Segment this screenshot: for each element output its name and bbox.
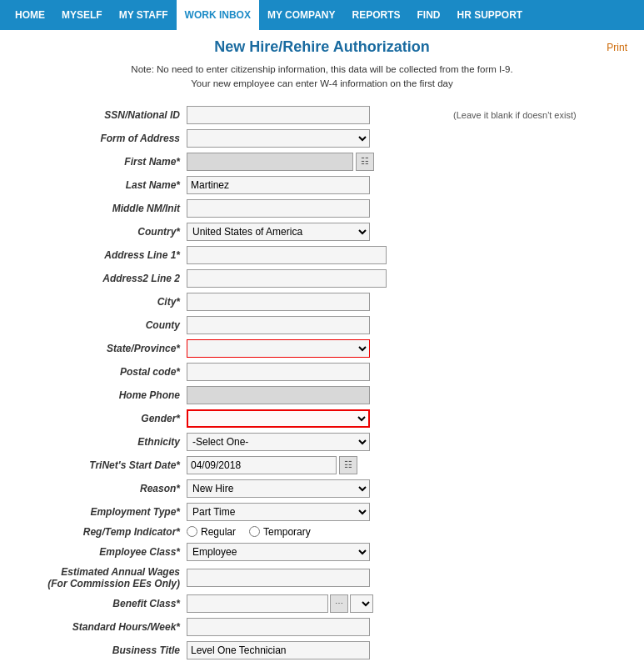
benefit-class-input-cell: ⋯ [183,592,450,615]
business-title-input-cell [183,639,450,662]
middle-name-label: Middle NM/Init [17,197,183,220]
address2-row: Address2 Line 2 [17,267,627,290]
temporary-radio[interactable] [249,526,260,537]
date-input-wrap: ☷ [187,456,447,474]
note-block: Note: No need to enter citizenship infor… [17,63,627,92]
est-wages-input-cell [183,564,450,592]
middle-name-row: Middle NM/Init [17,197,627,220]
nav-home[interactable]: HOME [7,0,53,30]
form-of-address-label: Form of Address [17,127,183,150]
postal-label: Postal code* [17,360,183,384]
regular-radio[interactable] [187,526,197,537]
form-of-address-row: Form of Address Mr. Ms. Mrs. Dr. [17,127,627,150]
ssn-input-cell [183,103,450,127]
employment-type-select[interactable]: Part Time Full Time [187,503,370,521]
nav-my-staff[interactable]: MY STAFF [111,0,177,30]
est-wages-label: Estimated Annual Wages (For Commission E… [17,564,183,592]
first-name-input-cell: ☷ [183,150,450,173]
reg-temp-radio-group: Regular Temporary [187,526,447,538]
benefit-class-wrap: ⋯ [187,594,447,613]
postal-input-cell [183,360,450,384]
last-name-label: Last Name* [17,173,183,197]
county-row: County [17,313,627,337]
calendar-icon[interactable]: ☷ [339,456,357,474]
middle-name-input[interactable] [187,199,370,218]
reason-label: Reason* [17,477,183,500]
middle-name-input-cell [183,197,450,220]
nav-my-company[interactable]: MY COMPANY [259,0,344,30]
trinet-start-input[interactable] [187,456,337,474]
business-title-input[interactable] [187,641,370,659]
first-name-label: First Name* [17,150,183,173]
std-hours-input-cell [183,615,450,639]
business-title-row: Business Title [17,639,627,662]
std-hours-input[interactable] [187,618,370,636]
temporary-label: Temporary [263,526,311,538]
person-icon[interactable]: ☷ [356,153,374,171]
home-phone-input-cell [183,384,450,407]
country-row: Country* United States of America Canada… [17,220,627,243]
page-title: New Hire/Rehire Authorization [214,38,429,56]
ssn-hint: (Leave it blank if doesn't exist) [450,103,627,127]
reason-input-cell: New Hire Rehire [183,477,450,500]
employee-class-select[interactable]: Employee Contractor [187,543,370,561]
first-name-input[interactable] [187,153,353,171]
state-select[interactable]: Alabama Alaska California New York Texas [187,339,370,358]
employment-type-row: Employment Type* Part Time Full Time [17,500,627,524]
nav-myself[interactable]: MYSELF [53,0,111,30]
city-input[interactable] [187,293,370,311]
reason-select[interactable]: New Hire Rehire [187,479,370,498]
est-wages-row: Estimated Annual Wages (For Commission E… [17,564,627,592]
last-name-input[interactable] [187,176,370,194]
address1-label: Address Line 1* [17,243,183,267]
benefit-class-input[interactable] [187,594,328,613]
lookup-icon[interactable]: ⋯ [330,594,348,613]
nav-work-inbox[interactable]: WORK INBOX [177,0,259,30]
form-of-address-select[interactable]: Mr. Ms. Mrs. Dr. [187,129,370,148]
last-name-row: Last Name* [17,173,627,197]
state-row: State/Province* Alabama Alaska Californi… [17,337,627,360]
title-row: New Hire/Rehire Authorization Print [17,38,627,56]
reg-temp-input-cell: Regular Temporary [183,524,450,540]
navigation-bar: HOME MYSELF MY STAFF WORK INBOX MY COMPA… [0,0,644,30]
gender-select[interactable]: Male Female [187,409,370,428]
ssn-row: SSN/National ID (Leave it blank if doesn… [17,103,627,127]
state-label: State/Province* [17,337,183,360]
first-name-input-wrap: ☷ [187,153,447,171]
est-wages-input[interactable] [187,569,370,587]
trinet-start-row: TriNet's Start Date* ☷ [17,454,627,477]
print-link[interactable]: Print [607,42,627,53]
nav-find[interactable]: FIND [408,0,448,30]
nav-hr-support[interactable]: HR SUPPORT [448,0,531,30]
city-row: City* [17,290,627,313]
ethnicity-label: Ethnicity [17,430,183,454]
est-wages-label-text: Estimated Annual Wages [61,566,180,578]
temporary-radio-label[interactable]: Temporary [249,526,311,538]
nav-reports[interactable]: REPORTS [343,0,408,30]
ethnicity-select[interactable]: -Select One- Hispanic or Latino White Bl… [187,433,370,451]
address2-input[interactable] [187,269,387,288]
employee-class-input-cell: Employee Contractor [183,540,450,564]
county-label: County [17,313,183,337]
city-input-cell [183,290,450,313]
address1-input-cell [183,243,450,267]
regular-radio-label[interactable]: Regular [187,526,236,538]
home-phone-input[interactable] [187,386,370,404]
reason-row: Reason* New Hire Rehire [17,477,627,500]
county-input[interactable] [187,316,370,334]
ssn-input[interactable] [187,106,370,124]
std-hours-row: Standard Hours/Week* [17,615,627,639]
address1-input[interactable] [187,246,387,264]
country-label: Country* [17,220,183,243]
postal-input[interactable] [187,363,370,381]
note-line1: Note: No need to enter citizenship infor… [131,64,512,74]
employment-type-input-cell: Part Time Full Time [183,500,450,524]
ssn-label: SSN/National ID [17,103,183,127]
est-wages-sub-text: (For Commission EEs Only) [47,578,180,589]
employment-type-label: Employment Type* [17,500,183,524]
country-select[interactable]: United States of America Canada Mexico [187,223,370,241]
benefit-class-select[interactable] [350,594,373,613]
last-name-input-cell [183,173,450,197]
reg-temp-row: Reg/Temp Indicator* Regular Temporary [17,524,627,540]
trinet-start-label: TriNet's Start Date* [17,454,183,477]
